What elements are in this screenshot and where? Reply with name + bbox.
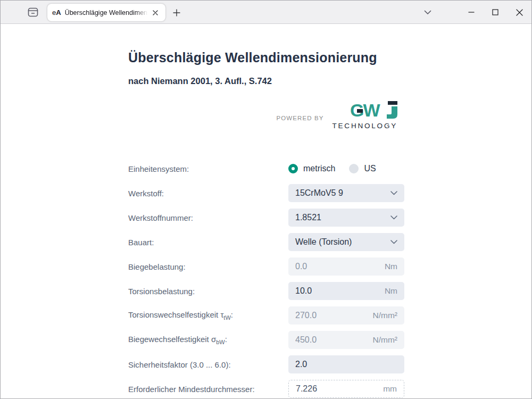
form-row-werkstoffnummer: Werkstoffnummer: 1.8521 — [128, 205, 404, 230]
torsionswechselfestigkeit-label: Torsionswechselfestigkeit τtW: — [128, 310, 233, 321]
chevron-down-icon — [390, 240, 397, 244]
torsionswechselfestigkeit-input — [295, 311, 369, 320]
biegewechselfestigkeit-input — [295, 335, 369, 345]
unit-system-radio-group: metrisch US — [288, 164, 404, 173]
sicherheitsfaktor-input[interactable] — [295, 360, 397, 369]
torsionsbelastung-unit: Nm — [385, 286, 397, 296]
torsionsbelastung-field: Nm — [288, 282, 404, 300]
bauart-value: Welle (Torsion) — [295, 237, 352, 247]
form-row-mindestdurchmesser: Erforderlicher Mindestdurchmesser: mm — [128, 377, 404, 399]
mindestdurchmesser-unit: mm — [383, 384, 397, 394]
werkstoff-select[interactable]: 15CrMoV5 9 — [288, 184, 404, 202]
werkstoff-value: 15CrMoV5 9 — [295, 188, 343, 198]
powered-by-label: POWERED BY — [277, 115, 324, 121]
maximize-icon — [492, 9, 498, 15]
form-row-torsionswechselfestigkeit: Torsionswechselfestigkeit τtW: N/mm² — [128, 303, 404, 328]
radio-us[interactable] — [349, 164, 359, 173]
list-all-tabs-button[interactable] — [419, 4, 437, 20]
einheitensystem-label: Einheitensystem: — [128, 164, 189, 173]
biegewechselfestigkeit-label: Biegewechselfestigkeit σbW: — [128, 335, 227, 345]
radio-metrisch[interactable] — [288, 164, 298, 173]
form-row-biegebelastung: Biegebelastung: Nm — [128, 254, 404, 279]
input-form: Einheitensystem: metrisch US Werkstoff: — [128, 156, 404, 399]
torsionsbelastung-input[interactable] — [295, 286, 380, 296]
form-row-bauart: Bauart: Welle (Torsion) — [128, 230, 404, 254]
mindestdurchmesser-field: mm — [288, 380, 404, 398]
torsionsbelastung-label: Torsionsbelastung: — [128, 287, 195, 296]
maximize-button[interactable] — [486, 4, 504, 20]
page-title: Überschlägige Wellendimensionierung — [128, 48, 404, 66]
gwj-logo-icon: GW — [351, 101, 397, 119]
torsionswechselfestigkeit-field: N/mm² — [288, 306, 404, 325]
biegebelastung-label: Biegebelastung: — [128, 262, 186, 271]
gwj-logo: GW TECHNOLOGY — [332, 101, 397, 130]
tab-title: Überschlägige Wellendimension — [65, 9, 148, 16]
form-row-biegewechselfestigkeit: Biegewechselfestigkeit σbW: N/mm² — [128, 328, 404, 352]
site-favicon: eA — [52, 9, 61, 16]
svg-text:GW: GW — [351, 101, 380, 119]
biegebelastung-field: Nm — [288, 257, 404, 276]
firefox-view-button[interactable] — [25, 5, 41, 20]
close-button[interactable] — [510, 4, 528, 20]
browser-chrome: eA Überschlägige Wellendimension — [1, 1, 531, 24]
biegebelastung-unit: Nm — [385, 262, 397, 271]
form-row-werkstoff: Werkstoff: 15CrMoV5 9 — [128, 181, 404, 205]
mindestdurchmesser-label: Erforderlicher Mindestdurchmesser: — [128, 385, 255, 394]
form-row-sicherheitsfaktor: Sicherheitsfaktor (3.0 ... 6.0): — [128, 352, 404, 377]
close-icon — [516, 9, 523, 16]
bauart-label: Bauart: — [128, 238, 154, 247]
biegebelastung-input — [295, 262, 380, 271]
sicherheitsfaktor-label: Sicherheitsfaktor (3.0 ... 6.0): — [128, 360, 231, 369]
form-row-einheitensystem: Einheitensystem: metrisch US — [128, 156, 404, 181]
chevron-down-icon — [424, 10, 431, 15]
tab-close-button[interactable] — [150, 7, 161, 18]
radio-us-label[interactable]: US — [364, 164, 376, 173]
minimize-button[interactable] — [462, 4, 480, 20]
mindestdurchmesser-output — [296, 384, 379, 394]
page-content: Überschlägige Wellendimensionierung nach… — [1, 24, 532, 399]
gwj-logo-subtext: TECHNOLOGY — [332, 122, 397, 130]
new-tab-icon — [173, 9, 180, 16]
chevron-down-icon — [390, 191, 397, 195]
biegewechselfestigkeit-unit: N/mm² — [373, 335, 398, 345]
branding: POWERED BY GW TECHNOLOGY — [128, 101, 404, 130]
browser-window: eA Überschlägige Wellendimension — [0, 0, 532, 399]
werkstoff-label: Werkstoff: — [128, 189, 164, 198]
radio-metrisch-label[interactable]: metrisch — [303, 164, 335, 173]
page-subtitle: nach Niemann 2001, 3. Aufl., S.742 — [128, 76, 404, 86]
bauart-select[interactable]: Welle (Torsion) — [288, 233, 404, 251]
biegewechselfestigkeit-field: N/mm² — [288, 331, 404, 349]
werkstoffnummer-select[interactable]: 1.8521 — [288, 209, 404, 227]
new-tab-button[interactable] — [170, 6, 184, 20]
sicherheitsfaktor-field — [288, 355, 404, 373]
minimize-icon — [468, 9, 475, 15]
firefox-view-icon — [27, 6, 39, 19]
browser-tab[interactable]: eA Überschlägige Wellendimension — [47, 4, 165, 21]
werkstoffnummer-value: 1.8521 — [295, 213, 321, 222]
tab-close-icon — [152, 10, 159, 16]
werkstoffnummer-label: Werkstoffnummer: — [128, 213, 193, 222]
chevron-down-icon — [390, 215, 397, 220]
form-row-torsionsbelastung: Torsionsbelastung: Nm — [128, 279, 404, 303]
torsionswechselfestigkeit-unit: N/mm² — [373, 311, 398, 320]
